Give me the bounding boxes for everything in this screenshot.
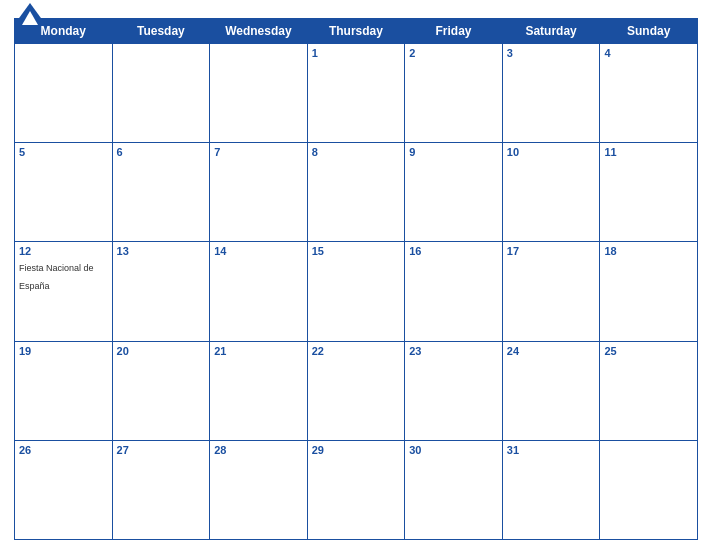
day-number: 27 <box>117 444 206 456</box>
day-number: 8 <box>312 146 401 158</box>
day-number: 12 <box>19 245 108 257</box>
day-number: 16 <box>409 245 498 257</box>
day-number: 24 <box>507 345 596 357</box>
day-number: 17 <box>507 245 596 257</box>
day-number: 29 <box>312 444 401 456</box>
calendar-cell <box>112 44 210 143</box>
day-number: 15 <box>312 245 401 257</box>
calendar-cell: 1 <box>307 44 405 143</box>
day-number: 20 <box>117 345 206 357</box>
day-number: 3 <box>507 47 596 59</box>
calendar-cell: 16 <box>405 242 503 341</box>
weekday-header-saturday: Saturday <box>502 19 600 44</box>
day-number: 23 <box>409 345 498 357</box>
calendar-cell: 20 <box>112 341 210 440</box>
calendar-week-row: 262728293031 <box>15 440 698 539</box>
day-number: 4 <box>604 47 693 59</box>
weekday-header-wednesday: Wednesday <box>210 19 308 44</box>
calendar-cell: 28 <box>210 440 308 539</box>
calendar-week-row: 19202122232425 <box>15 341 698 440</box>
calendar-cell <box>15 44 113 143</box>
day-number: 6 <box>117 146 206 158</box>
calendar-week-row: 567891011 <box>15 143 698 242</box>
day-number: 28 <box>214 444 303 456</box>
weekday-header-friday: Friday <box>405 19 503 44</box>
day-number: 1 <box>312 47 401 59</box>
day-number: 13 <box>117 245 206 257</box>
calendar-cell: 27 <box>112 440 210 539</box>
calendar-cell: 4 <box>600 44 698 143</box>
calendar-cell: 23 <box>405 341 503 440</box>
calendar-cell: 12Fiesta Nacional de España <box>15 242 113 341</box>
day-number: 19 <box>19 345 108 357</box>
calendar-cell: 2 <box>405 44 503 143</box>
calendar-week-row: 12Fiesta Nacional de España131415161718 <box>15 242 698 341</box>
holiday-label: Fiesta Nacional de España <box>19 263 94 291</box>
calendar-cell: 22 <box>307 341 405 440</box>
day-number: 25 <box>604 345 693 357</box>
day-number: 26 <box>19 444 108 456</box>
weekday-header-thursday: Thursday <box>307 19 405 44</box>
day-number: 2 <box>409 47 498 59</box>
calendar-cell: 9 <box>405 143 503 242</box>
day-number: 14 <box>214 245 303 257</box>
day-number: 30 <box>409 444 498 456</box>
day-number: 11 <box>604 146 693 158</box>
calendar-cell: 25 <box>600 341 698 440</box>
calendar-cell: 7 <box>210 143 308 242</box>
calendar-cell: 14 <box>210 242 308 341</box>
day-number: 5 <box>19 146 108 158</box>
calendar-week-row: 1234 <box>15 44 698 143</box>
calendar-cell: 5 <box>15 143 113 242</box>
calendar-cell: 30 <box>405 440 503 539</box>
day-number: 7 <box>214 146 303 158</box>
weekday-header-tuesday: Tuesday <box>112 19 210 44</box>
calendar-cell: 17 <box>502 242 600 341</box>
calendar-cell <box>600 440 698 539</box>
day-number: 22 <box>312 345 401 357</box>
calendar-table: MondayTuesdayWednesdayThursdayFridaySatu… <box>14 18 698 540</box>
calendar-cell: 15 <box>307 242 405 341</box>
calendar-cell: 13 <box>112 242 210 341</box>
calendar-cell: 26 <box>15 440 113 539</box>
calendar-cell: 21 <box>210 341 308 440</box>
day-number: 21 <box>214 345 303 357</box>
calendar-cell <box>210 44 308 143</box>
day-number: 10 <box>507 146 596 158</box>
day-number: 31 <box>507 444 596 456</box>
calendar-cell: 3 <box>502 44 600 143</box>
calendar-cell: 6 <box>112 143 210 242</box>
logo <box>14 3 49 25</box>
day-number: 18 <box>604 245 693 257</box>
weekday-header-row: MondayTuesdayWednesdayThursdayFridaySatu… <box>15 19 698 44</box>
calendar-cell: 24 <box>502 341 600 440</box>
calendar-cell: 8 <box>307 143 405 242</box>
calendar-cell: 11 <box>600 143 698 242</box>
logo-icon <box>14 3 46 25</box>
calendar-cell: 29 <box>307 440 405 539</box>
calendar-cell: 31 <box>502 440 600 539</box>
weekday-header-sunday: Sunday <box>600 19 698 44</box>
day-number: 9 <box>409 146 498 158</box>
calendar-cell: 18 <box>600 242 698 341</box>
calendar-cell: 19 <box>15 341 113 440</box>
calendar-cell: 10 <box>502 143 600 242</box>
